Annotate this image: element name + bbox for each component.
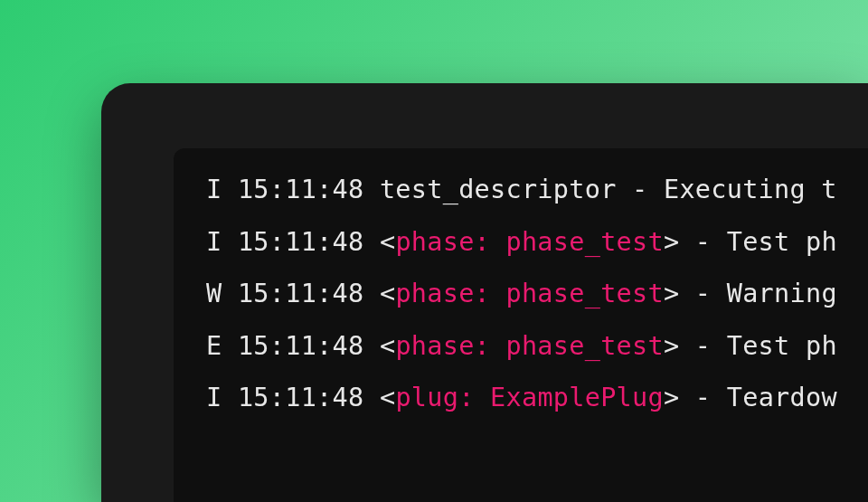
log-level: W [206, 279, 222, 308]
tag-key: phase [395, 227, 474, 257]
log-separator: - [695, 383, 711, 412]
log-level: I [206, 383, 222, 412]
tag-open: < [380, 227, 395, 257]
tag-close: > [664, 279, 679, 308]
log-timestamp: 15:11:48 [238, 383, 364, 412]
tag-key: plug [395, 383, 458, 412]
log-separator: - [632, 175, 647, 204]
terminal-panel: I 15:11:48 test_descriptor - Executing t… [174, 148, 868, 502]
log-level: E [206, 331, 222, 361]
tag-key: phase [395, 331, 474, 361]
log-line: W 15:11:48 <phase: phase_test> - Warning [206, 281, 868, 308]
app-window: I 15:11:48 test_descriptor - Executing t… [101, 83, 868, 502]
log-separator: - [695, 227, 711, 257]
log-timestamp: 15:11:48 [238, 331, 364, 361]
log-line: I 15:11:48 <phase: phase_test> - Test ph [206, 230, 868, 256]
log-source: test_descriptor [380, 175, 617, 204]
tag-open: < [380, 279, 395, 308]
log-timestamp: 15:11:48 [238, 279, 364, 308]
log-line: I 15:11:48 <plug: ExamplePlug> - Teardow [206, 385, 868, 412]
tag-open: < [380, 383, 395, 412]
log-message: Teardow [727, 383, 837, 412]
tag-close: > [664, 331, 679, 361]
log-separator: - [695, 279, 711, 308]
tag-close: > [664, 227, 679, 257]
tag-colon: : [475, 227, 506, 257]
log-level: I [206, 175, 222, 204]
log-line: I 15:11:48 test_descriptor - Executing t [206, 177, 868, 204]
tag-value: phase_test [505, 227, 663, 257]
log-level: I [206, 227, 222, 257]
tag-close: > [664, 383, 679, 412]
log-line: E 15:11:48 <phase: phase_test> - Test ph [206, 334, 868, 360]
log-message: Executing t [664, 175, 837, 204]
tag-colon: : [475, 279, 506, 308]
tag-value: phase_test [505, 279, 663, 308]
log-message: Test ph [727, 227, 837, 257]
log-timestamp: 15:11:48 [238, 175, 364, 204]
tag-open: < [380, 331, 395, 361]
log-message: Warning [727, 279, 837, 308]
tag-value: phase_test [505, 331, 663, 361]
tag-colon: : [475, 331, 506, 361]
log-separator: - [695, 331, 711, 361]
tag-colon: : [458, 383, 490, 412]
tag-key: phase [395, 279, 474, 308]
tag-value: ExamplePlug [490, 383, 664, 412]
log-timestamp: 15:11:48 [238, 227, 364, 257]
log-message: Test ph [727, 331, 837, 361]
